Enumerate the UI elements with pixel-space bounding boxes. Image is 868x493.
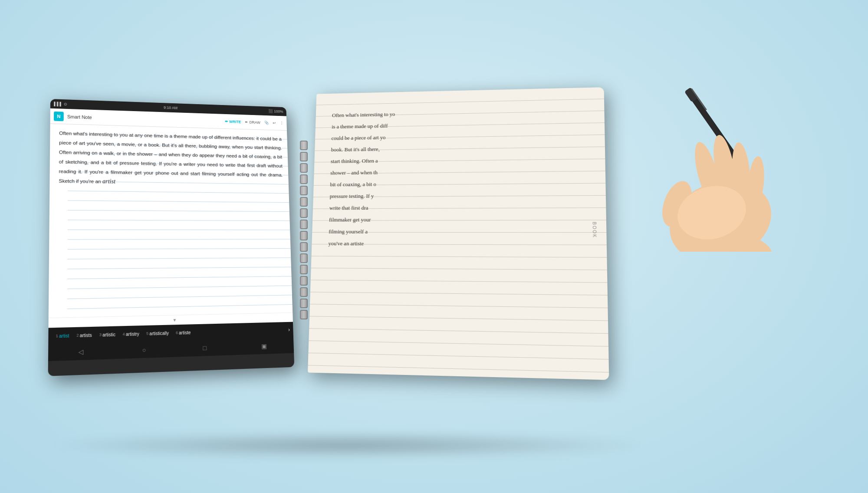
hinge-ring — [300, 197, 308, 207]
autocomplete-word-4: artistry — [126, 331, 139, 336]
notebook-line-11: filming yourself a — [329, 226, 579, 238]
autocomplete-item-6[interactable]: 6 artiste — [172, 324, 194, 341]
hinge-ring — [300, 141, 308, 150]
notebook-right: Often what's interesting to yo is a them… — [308, 87, 609, 380]
back-icon[interactable]: ◁ — [79, 348, 84, 355]
typed-text: Often what's interesting to you at any o… — [59, 131, 283, 184]
notebook-line-7: bit of coaxing, a bit o — [330, 177, 579, 191]
notebook-line-8: pressure testing. If y — [329, 189, 579, 202]
autocomplete-word-3: artistic — [102, 332, 115, 337]
tablet-screen: Often what's interesting to you at any o… — [49, 124, 293, 318]
draw-button[interactable]: ✒ DRAW — [245, 120, 260, 124]
device-shadow — [43, 432, 651, 458]
status-signal: ▌▌▌ ⊙ — [54, 102, 67, 106]
autocomplete-item-2[interactable]: 2 artists — [73, 327, 96, 344]
hinge-ring — [300, 186, 308, 195]
handwritten-text: artist — [102, 178, 115, 184]
notebook-content: Often what's interesting to yo is a them… — [325, 105, 581, 361]
hinge-ring — [300, 287, 308, 297]
hinge-ring — [300, 276, 308, 286]
status-time: 9:10 AM — [164, 105, 178, 110]
autocomplete-word-2: artists — [80, 332, 92, 338]
hinge-ring — [300, 265, 308, 274]
autocomplete-word-5: artistically — [149, 331, 169, 336]
app-logo: N — [54, 111, 64, 121]
attach-button[interactable]: 📎 — [264, 121, 269, 125]
notebook-line-9: write that first dra — [329, 201, 579, 214]
hinge-ring — [300, 152, 308, 161]
autocomplete-num-4: 4 — [123, 332, 125, 337]
device-container: ▌▌▌ ⊙ 9:10 AM ⬛ 100% N Smart Note ✏ WRIT… — [52, 87, 660, 391]
hinge-ring — [300, 163, 308, 173]
undo-button[interactable]: ↩ — [273, 121, 276, 125]
autocomplete-word-6: artiste — [179, 330, 191, 335]
notebook-line-12: you've an artiste — [328, 238, 579, 250]
hinge-ring — [300, 231, 308, 240]
autocomplete-num-1: 1 — [56, 334, 58, 339]
more-button[interactable]: ⋮ — [280, 121, 284, 125]
autocomplete-word-1: artist — [59, 333, 69, 338]
autocomplete-num-5: 5 — [146, 331, 148, 336]
scroll-arrow-icon: ▼ — [172, 318, 177, 323]
app-title: Smart Note — [67, 114, 222, 124]
hinge-ring — [300, 299, 308, 308]
write-button[interactable]: ✏ WRITE — [225, 119, 241, 124]
autocomplete-item-3[interactable]: 3 artistic — [95, 326, 119, 343]
status-battery: ⬛ 100% — [269, 109, 283, 113]
autocomplete-expand-icon[interactable]: › — [288, 327, 290, 333]
home-icon[interactable]: ○ — [142, 346, 146, 354]
autocomplete-item-1[interactable]: 1 artist — [52, 327, 73, 344]
tablet-left: ▌▌▌ ⊙ 9:10 AM ⬛ 100% N Smart Note ✏ WRIT… — [48, 99, 295, 376]
hinge-ring — [300, 242, 308, 252]
notebook-label: BOOK — [592, 222, 597, 238]
hinge-ring — [300, 208, 308, 218]
hinge-ring — [300, 310, 308, 319]
recents-icon[interactable]: □ — [203, 345, 207, 352]
menu-icon[interactable]: ▣ — [261, 342, 267, 350]
hinge-ring — [300, 220, 308, 229]
autocomplete-item-5[interactable]: 5 artistically — [143, 325, 172, 342]
hinge-ring — [300, 174, 308, 184]
autocomplete-num-6: 6 — [176, 330, 178, 335]
autocomplete-num-3: 3 — [99, 332, 102, 337]
screen-text: Often what's interesting to you at any o… — [56, 128, 283, 189]
autocomplete-item-4[interactable]: 4 artistry — [119, 325, 143, 342]
notebook-line-10: filmmaker get your — [329, 213, 579, 226]
autocomplete-num-2: 2 — [76, 333, 79, 338]
hinge-ring — [300, 253, 308, 263]
app-bar-actions: ✏ WRITE ✒ DRAW 📎 ↩ ⋮ — [225, 119, 283, 125]
